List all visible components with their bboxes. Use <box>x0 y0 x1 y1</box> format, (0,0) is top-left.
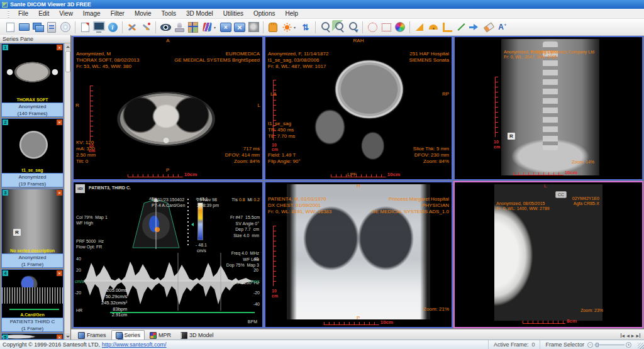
menu-edit[interactable]: Edit <box>33 9 54 18</box>
rectangle-roi-icon[interactable] <box>379 20 393 35</box>
last-frame-icon[interactable]: ▶ <box>636 333 640 338</box>
menu-movie[interactable]: Movie <box>130 9 157 18</box>
series-card-ultrasound[interactable]: 4 A.Card/Gen PATIENT3 THIRD C (1 Frame) <box>1 269 64 332</box>
pan-hand-icon[interactable] <box>266 20 280 35</box>
next-frame-icon[interactable]: ▶ <box>631 333 635 338</box>
zoom-magnifier-icon[interactable] <box>318 20 332 35</box>
ellipse-roi-icon[interactable] <box>365 20 379 35</box>
series-card-thorax[interactable]: 1 THORAX SOFT Anonymized (140 Frames) <box>1 43 64 117</box>
dicom-overlay-topleft: Anonymized, MTHORAX SOFT, 08/02/2013Fr: … <box>76 38 140 82</box>
menu-tools[interactable]: Tools <box>157 9 181 18</box>
line-tool-icon[interactable] <box>454 20 468 35</box>
ruler-label: 8cm <box>567 319 577 324</box>
close-icon[interactable] <box>57 45 62 50</box>
cobb-angle-tool-icon[interactable] <box>440 20 454 35</box>
series-pane-scrollbar[interactable] <box>64 43 70 340</box>
series-thumbnail-ultrasound[interactable]: 4 A.Card/Gen <box>2 270 63 318</box>
series-card-mammo[interactable]: 5 <box>1 333 64 340</box>
preview-thumbnail-icon[interactable] <box>247 20 260 35</box>
eraser-tool-icon[interactable] <box>482 20 496 35</box>
viewport-xray-abdomen[interactable]: Anonymized, F, 01/01/1900Fr: 0, WL: 2047… <box>453 36 643 180</box>
slider-thumb[interactable] <box>596 343 599 347</box>
scrollbar-thumb[interactable] <box>65 51 70 72</box>
axis-40-r: 40 <box>253 257 258 261</box>
layout-grid-icon[interactable] <box>186 20 200 35</box>
series-card-mri[interactable]: 2 t1_se_sag Anonymized (19 Frames) <box>1 118 64 187</box>
viewport-mammogram[interactable]: Anonymized, 08/05/2015Fr: 0, WL: 1400, W… <box>453 181 643 328</box>
close-icon[interactable] <box>57 119 62 125</box>
scroll-updown-icon[interactable] <box>299 20 313 35</box>
viewport-mri-sagittal[interactable]: Anonymized, F, 11/14/1872t1_se_sag, 03/0… <box>264 36 453 180</box>
window-title: Sante DICOM Viewer 3D FREE <box>10 1 91 8</box>
increment-icon[interactable]: + <box>626 342 631 348</box>
close-icon[interactable] <box>57 190 62 196</box>
series-thumbnail-xray[interactable]: 3 R No series description <box>2 189 63 253</box>
viewport-ultrasound[interactable]: HDI PATIENT3, THIRD C. 98/11/23:150402P7… <box>72 181 264 328</box>
3d-model-tab-icon <box>180 332 187 339</box>
menu-image[interactable]: Image <box>78 9 106 18</box>
angle-tool-icon[interactable] <box>413 20 426 35</box>
menu-options[interactable]: Options <box>248 9 280 18</box>
close-icon[interactable] <box>57 335 62 339</box>
title-bar: Sante DICOM Viewer 3D FREE <box>0 0 644 9</box>
stamp-icon[interactable] <box>172 20 186 35</box>
color-palette-icon[interactable] <box>393 20 407 35</box>
tab-mpr[interactable]: MPR <box>145 330 175 340</box>
scroll-down-icon[interactable] <box>65 333 71 340</box>
menu-file[interactable]: File <box>13 9 33 18</box>
menu-filter[interactable]: Filter <box>106 9 130 18</box>
mpr-tab-icon <box>150 332 157 339</box>
series-frame-count: (140 Frames) <box>2 110 63 117</box>
menu-view[interactable]: View <box>54 9 78 18</box>
series-card-xray[interactable]: 3 R No series description Anonymized (1 … <box>1 189 64 268</box>
dropdown-arrow-icon[interactable] <box>214 20 219 35</box>
frame-selector-slider[interactable]: − + <box>587 342 631 348</box>
report-icon[interactable] <box>78 20 92 35</box>
first-frame-icon[interactable]: ◀ <box>621 333 625 338</box>
close-icon[interactable] <box>57 270 62 276</box>
settings-wrenches-icon[interactable] <box>125 20 139 35</box>
menu-help[interactable]: Help <box>280 9 303 18</box>
text-annotation-icon[interactable] <box>496 20 509 35</box>
open-series-icon[interactable] <box>31 20 45 35</box>
decrement-icon[interactable]: − <box>587 342 593 348</box>
pacs-server-icon[interactable] <box>45 20 58 35</box>
axis-unit-r: cm/s <box>250 279 260 284</box>
dicom-overlay-topright: Imaging Dynamics Company Ltd <box>531 38 594 66</box>
arrow-annotation-icon[interactable] <box>468 20 482 35</box>
series-thumbnail-mammo[interactable]: 5 <box>2 334 63 339</box>
protractor-tool-icon[interactable] <box>426 20 440 35</box>
tab-3d-model[interactable]: 3D Model <box>176 330 218 340</box>
fit-to-window-icon[interactable] <box>219 20 233 35</box>
viewport-chest-xray[interactable]: PATIENT4, M, 01/01/1970DX CHEST, 01/09/2… <box>264 181 453 328</box>
burn-cd-icon[interactable] <box>58 20 72 35</box>
series-thumbnail-ct[interactable]: 1 THORAX SOFT <box>2 44 63 102</box>
zoom-region-icon[interactable] <box>332 20 346 35</box>
full-screen-icon[interactable] <box>233 20 247 35</box>
series-ribbons-icon[interactable] <box>200 20 214 35</box>
menu-utilities[interactable]: Utilities <box>218 9 248 18</box>
zoom-arrow-icon[interactable] <box>346 20 360 35</box>
view-eye-icon[interactable] <box>158 20 172 35</box>
filters-magic-icon[interactable] <box>139 20 153 35</box>
ruler-label: 10cm <box>184 172 197 177</box>
series-caption: PATIENT3 THIRD C (1 Frame) <box>2 318 63 331</box>
previous-frame-icon[interactable]: ◀ <box>626 333 630 338</box>
vertical-ruler <box>90 86 93 141</box>
slider-track[interactable] <box>594 345 625 345</box>
new-page-icon[interactable] <box>3 20 17 35</box>
zoom-overlay: Zoom: 14% <box>572 148 594 176</box>
about-info-icon[interactable] <box>106 20 119 35</box>
menu-3d-model[interactable]: 3D Model <box>181 9 218 18</box>
tab-series[interactable]: Series <box>111 330 145 340</box>
tab-frames[interactable]: Frames <box>74 330 111 340</box>
open-folder-icon[interactable] <box>17 20 31 35</box>
series-thumbnail-mri[interactable]: 2 t1_se_sag <box>2 119 63 173</box>
scroll-up-icon[interactable] <box>65 43 71 50</box>
display-settings-icon[interactable] <box>92 20 106 35</box>
dropdown-arrow-icon[interactable] <box>294 20 299 35</box>
axis-m20-r: -20 <box>253 291 260 295</box>
website-link[interactable]: http://www.santesoft.com/ <box>102 341 167 348</box>
viewport-ct-thorax[interactable]: Anonymized, MTHORAX SOFT, 08/02/2013Fr: … <box>72 36 264 180</box>
brightness-sun-icon[interactable] <box>280 20 294 35</box>
